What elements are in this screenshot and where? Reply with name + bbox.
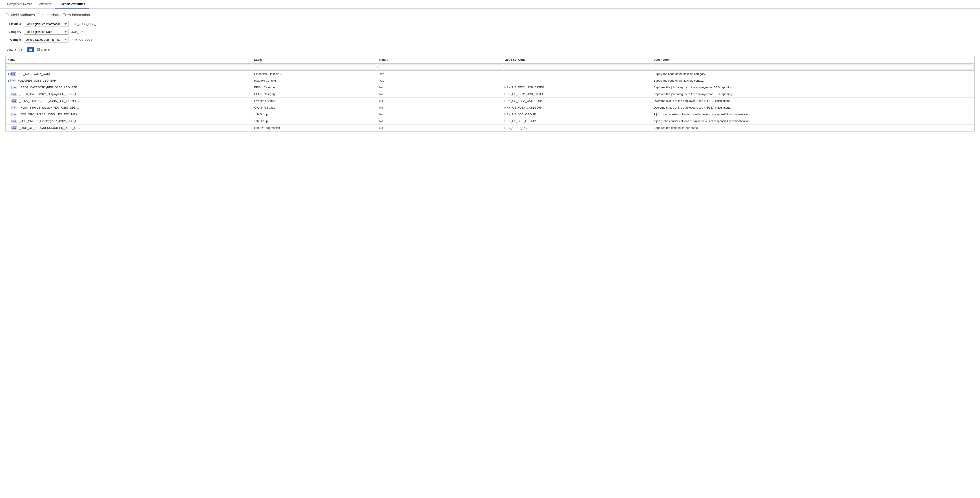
- table-row: ◆XYZEFF_CATEGORY_CODEExtensible Flexfiel…: [6, 70, 974, 77]
- data-table-container: Name Label Requir Value Set Code Descrip…: [5, 56, 975, 131]
- table-row: XYZ_FLSA_STATUS(PER_JOBS_LEG_EFF=HR...Ov…: [6, 97, 974, 104]
- row-nav-icon[interactable]: ◆: [7, 72, 10, 75]
- svg-rect-2: [24, 49, 24, 51]
- detach-label: Detach: [41, 48, 51, 51]
- tab-bar: Component Details Attributes Flexfield A…: [0, 0, 980, 8]
- row-name-text: FLEX:PER_JOBS_LEG_EFF: [18, 79, 56, 82]
- wrap-text-button[interactable]: [27, 47, 34, 53]
- form-area: Flexfield Job Legislative Information PE…: [5, 21, 975, 43]
- row-required: No: [377, 104, 503, 111]
- xyz-type-badge: XYZ: [11, 120, 17, 123]
- row-required: No: [377, 97, 503, 104]
- flexfield-label: Flexfield: [5, 22, 21, 26]
- filter-label-input[interactable]: [253, 64, 377, 69]
- col-header-required: Requir: [377, 56, 503, 64]
- filter-description-input[interactable]: [653, 64, 974, 69]
- row-description: A job group consists of jobs of similar …: [652, 118, 974, 124]
- row-required: No: [377, 124, 503, 131]
- xyz-type-badge: XYZ: [11, 93, 17, 96]
- filter-required-input[interactable]: [378, 64, 501, 69]
- table-row: XYZ_EEO1_CATEGORY_Display(PER_JOBS_L...E…: [6, 91, 974, 97]
- freeze-columns-button[interactable]: [19, 47, 26, 53]
- row-name-text: _LINE_OF_PROGRESSION(PER_JOBS_LE...: [19, 126, 80, 129]
- row-name-text: _EEO1_CATEGORY(PER_JOBS_LEG_EFF...: [19, 86, 79, 89]
- row-required: No: [377, 111, 503, 118]
- tab-attributes[interactable]: Attributes: [36, 0, 55, 8]
- context-select[interactable]: United States Job Informat: [24, 37, 69, 43]
- col-header-description: Description: [652, 56, 974, 64]
- xyz-type-badge: XYZ: [11, 99, 17, 102]
- category-row: Category Job Legislation Data JOB_LEG: [5, 29, 975, 35]
- row-name-text: _JOB_GROUP(PER_JOBS_LEG_EFF=HRX...: [19, 113, 80, 116]
- xyz-type-badge: XYZ: [11, 126, 17, 129]
- freeze-icon: [21, 48, 24, 51]
- context-row: Context United States Job Informat HRX_U…: [5, 37, 975, 43]
- context-code: HRX_US_JOBS: [72, 38, 92, 42]
- row-required: No: [377, 84, 503, 91]
- row-value-set-code: HRX_US_FLSA_CATEGORY: [503, 97, 652, 104]
- svg-rect-0: [21, 49, 22, 51]
- table-row: ◆XYZFLEX:PER_JOBS_LEG_EFFFlexfield Conte…: [6, 77, 974, 84]
- row-label: Job Group: [252, 118, 377, 124]
- row-required: No: [377, 91, 503, 97]
- filter-row: [6, 64, 974, 70]
- xyz-type-badge: XYZ: [10, 72, 16, 75]
- col-header-label: Label: [252, 56, 377, 64]
- row-required: Yes: [377, 70, 503, 77]
- xyz-type-badge: XYZ: [10, 79, 16, 82]
- row-description: Captures the defined career paths.: [652, 124, 974, 131]
- data-table: Name Label Requir Value Set Code Descrip…: [6, 56, 974, 131]
- filter-valueset-input[interactable]: [504, 64, 651, 69]
- category-code: JOB_LEG: [72, 30, 85, 34]
- view-button[interactable]: View ▼: [5, 48, 18, 52]
- row-value-set-code: HRC_CHAR_150: [503, 124, 652, 131]
- row-name-text: EFF_CATEGORY_CODE: [18, 72, 51, 75]
- flexfield-code: PER_JOBS_LEG_EFF: [72, 22, 101, 26]
- row-value-set-code: [503, 70, 652, 77]
- row-description: Captures the job category of the employe…: [652, 91, 974, 97]
- wrap-text-icon: [29, 48, 33, 51]
- flexfield-select[interactable]: Job Legislative Information: [24, 21, 69, 27]
- row-description: Captures the job category of the employe…: [652, 84, 974, 91]
- row-value-set-code: HRX_US_EEO1_JOB_CATEG...: [503, 91, 652, 97]
- main-content: Flexfield Attributes : Job Legislative E…: [0, 8, 980, 136]
- row-nav-icon[interactable]: ◆: [7, 79, 10, 82]
- row-value-set-code: [503, 77, 652, 84]
- table-row: XYZ_JOB_GROUP(PER_JOBS_LEG_EFF=HRX...Job…: [6, 111, 974, 118]
- row-label: Overtime Status: [252, 104, 377, 111]
- category-select[interactable]: Job Legislation Data: [24, 29, 69, 35]
- xyz-type-badge: XYZ: [11, 86, 17, 89]
- toolbar: View ▼ Detach: [5, 47, 975, 54]
- xyz-type-badge: XYZ: [11, 106, 17, 109]
- row-label: Overtime Status: [252, 97, 377, 104]
- flexfield-row: Flexfield Job Legislative Information PE…: [5, 21, 975, 27]
- table-row: XYZ_JOB_GROUP_Display(PER_JOBS_LEG_E...J…: [6, 118, 974, 124]
- row-name-text: _JOB_GROUP_Display(PER_JOBS_LEG_E...: [19, 120, 80, 123]
- svg-rect-1: [23, 49, 23, 51]
- filter-name-input[interactable]: [6, 64, 251, 69]
- row-label: EEO-1 Category: [252, 84, 377, 91]
- svg-rect-3: [29, 50, 30, 51]
- row-value-set-code: HRX_US_JOB_GROUP: [503, 111, 652, 118]
- table-row: XYZ_EEO1_CATEGORY(PER_JOBS_LEG_EFF...EEO…: [6, 84, 974, 91]
- view-label: View: [7, 48, 13, 51]
- row-required: No: [377, 118, 503, 124]
- table-row: XYZ_LINE_OF_PROGRESSION(PER_JOBS_LE...Li…: [6, 124, 974, 131]
- row-value-set-code: HRX_US_JOB_GROUP: [503, 118, 652, 124]
- tab-component-details[interactable]: Component Details: [3, 0, 36, 8]
- row-description: Overtime status of the employee.Used in …: [652, 104, 974, 111]
- tab-flexfield-attributes[interactable]: Flexfield Attributes: [55, 0, 89, 8]
- row-value-set-code: HRX_US_EEO1_JOB_CATEG...: [503, 84, 652, 91]
- page-title: Flexfield Attributes : Job Legislative E…: [5, 13, 975, 17]
- col-header-valueset: Value Set Code: [503, 56, 652, 64]
- row-name-text: _FLSA_STATUS(PER_JOBS_LEG_EFF=HR...: [19, 99, 80, 102]
- row-description: Supply the code of the flexfield context…: [652, 77, 974, 84]
- row-label: Job Group: [252, 111, 377, 118]
- context-label: Context: [5, 38, 21, 42]
- detach-icon: [37, 48, 40, 51]
- row-description: A job group consists of jobs of similar …: [652, 111, 974, 118]
- row-description: Supply the code of the flexfield categor…: [652, 70, 974, 77]
- row-required: Yes: [377, 77, 503, 84]
- detach-button[interactable]: Detach: [35, 47, 52, 52]
- row-description: Overtime status of the employee.Used in …: [652, 97, 974, 104]
